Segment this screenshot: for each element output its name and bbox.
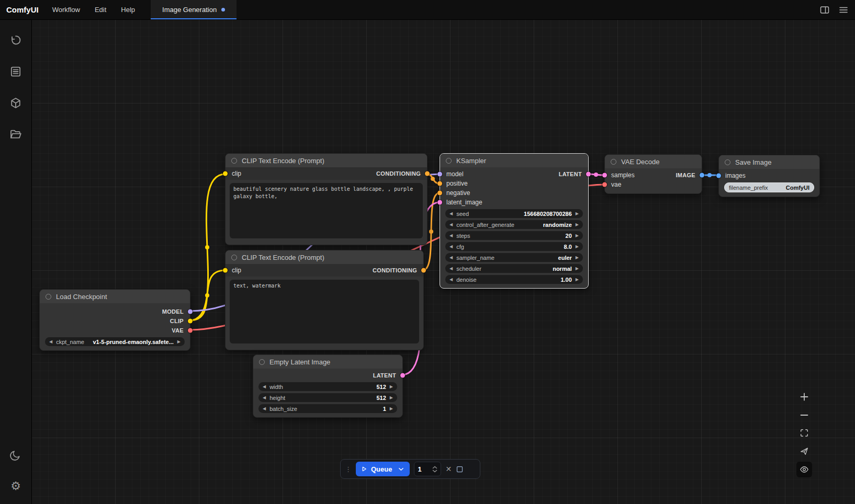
- node-library-folder-icon[interactable]: [5, 124, 26, 145]
- slot-dot-clip[interactable]: [188, 319, 193, 324]
- slot-dot-image-output[interactable]: [700, 173, 704, 178]
- stepper-down-icon[interactable]: [432, 469, 437, 473]
- prompt-textarea[interactable]: beautiful scenery nature glass bottle la…: [230, 183, 423, 238]
- arrow-left-icon[interactable]: ◀: [449, 223, 453, 227]
- arrow-right-icon[interactable]: ▶: [576, 278, 579, 282]
- tab-image-generation[interactable]: Image Generation: [151, 0, 237, 19]
- node-header[interactable]: KSampler: [440, 154, 588, 167]
- arrow-left-icon[interactable]: ◀: [449, 278, 453, 282]
- arrow-left-icon[interactable]: ◀: [49, 340, 52, 344]
- node-clip-text-encode-negative[interactable]: CLIP Text Encode (Prompt) clip CONDITION…: [225, 250, 424, 350]
- collapse-dot-icon[interactable]: [231, 255, 237, 260]
- node-header[interactable]: CLIP Text Encode (Prompt): [226, 250, 423, 264]
- arrow-right-icon[interactable]: ▶: [576, 245, 579, 249]
- arrow-left-icon[interactable]: ◀: [449, 212, 453, 216]
- widget-denoise[interactable]: ◀ denoise 1.00 ▶: [445, 275, 583, 284]
- arrow-left-icon[interactable]: ◀: [449, 256, 453, 260]
- hamburger-menu-icon[interactable]: [838, 5, 849, 15]
- widget-cfg[interactable]: ◀ cfg 8.0 ▶: [445, 242, 583, 251]
- node-clip-text-encode-positive[interactable]: CLIP Text Encode (Prompt) clip CONDITION…: [225, 153, 428, 245]
- arrow-right-icon[interactable]: ▶: [390, 385, 393, 389]
- widget-batch-size[interactable]: ◀ batch_size 1 ▶: [258, 404, 397, 413]
- widget-filename-prefix[interactable]: filename_prefix ComfyUI: [724, 182, 814, 192]
- slot-dot-clip-input[interactable]: [223, 171, 228, 176]
- arrow-right-icon[interactable]: ▶: [390, 396, 393, 400]
- toggle-panel-icon[interactable]: [819, 5, 830, 15]
- arrow-left-icon[interactable]: ◀: [263, 407, 266, 411]
- zoom-in-button[interactable]: [796, 389, 812, 405]
- widget-ckpt-name[interactable]: ◀ ckpt_name v1-5-pruned-emaonly.safete..…: [45, 337, 185, 346]
- drag-handle-icon[interactable]: ⋮: [345, 466, 352, 473]
- collapse-dot-icon[interactable]: [611, 159, 616, 165]
- navigation-arrow-icon[interactable]: [796, 443, 812, 459]
- slot-dot-clip-input[interactable]: [223, 268, 228, 273]
- node-header[interactable]: Save Image: [719, 155, 819, 169]
- arrow-right-icon[interactable]: ▶: [576, 256, 579, 260]
- stepper-up-icon[interactable]: [432, 466, 437, 469]
- slot-dot-negative-input[interactable]: [437, 191, 442, 196]
- slot-dot-latent-output[interactable]: [400, 373, 405, 378]
- slot-dot-samples-input[interactable]: [602, 173, 607, 178]
- fit-view-button[interactable]: [796, 425, 812, 441]
- node-header[interactable]: VAE Decode: [605, 155, 702, 168]
- theme-moon-icon[interactable]: [5, 444, 26, 465]
- collapse-dot-icon[interactable]: [231, 158, 237, 164]
- widget-steps[interactable]: ◀ steps 20 ▶: [445, 231, 583, 240]
- slot-dot-images-input[interactable]: [716, 174, 721, 178]
- queue-button[interactable]: Queue: [356, 462, 410, 476]
- node-header[interactable]: Empty Latent Image: [253, 355, 402, 369]
- queue-list-icon[interactable]: [5, 61, 26, 82]
- collapse-dot-icon[interactable]: [46, 294, 51, 300]
- slot-dot-vae-input[interactable]: [602, 182, 607, 187]
- widget-width[interactable]: ◀ width 512 ▶: [258, 382, 397, 391]
- node-header[interactable]: CLIP Text Encode (Prompt): [226, 154, 427, 167]
- widget-seed[interactable]: ◀ seed 156680208700286 ▶: [445, 209, 583, 218]
- slot-dot-latent-image-input[interactable]: [437, 200, 442, 205]
- arrow-left-icon[interactable]: ◀: [263, 385, 266, 389]
- slot-dot-conditioning-output[interactable]: [425, 171, 430, 176]
- collapse-dot-icon[interactable]: [259, 359, 265, 365]
- arrow-right-icon[interactable]: ▶: [177, 340, 181, 344]
- arrow-left-icon[interactable]: ◀: [263, 396, 266, 400]
- arrow-right-icon[interactable]: ▶: [390, 407, 393, 411]
- node-header[interactable]: Load Checkpoint: [40, 290, 190, 303]
- slot-dot-vae[interactable]: [188, 328, 193, 333]
- stop-square-icon[interactable]: [456, 465, 464, 473]
- slot-dot-model-input[interactable]: [437, 172, 442, 177]
- zoom-out-button[interactable]: [796, 407, 812, 423]
- widget-height[interactable]: ◀ height 512 ▶: [258, 393, 397, 402]
- node-vae-decode[interactable]: VAE Decode samples IMAGE vae: [604, 154, 702, 194]
- collapse-dot-icon[interactable]: [446, 158, 452, 164]
- menu-edit[interactable]: Edit: [95, 6, 106, 14]
- menu-help[interactable]: Help: [121, 6, 135, 14]
- input-slot-samples: samples: [611, 171, 635, 179]
- model-library-cube-icon[interactable]: [5, 93, 26, 113]
- widget-sampler-name[interactable]: ◀ sampler_name euler ▶: [445, 253, 583, 262]
- node-empty-latent-image[interactable]: Empty Latent Image LATENT ◀ width 512 ▶ …: [253, 354, 403, 418]
- chevron-down-icon[interactable]: [398, 466, 404, 473]
- collapse-dot-icon[interactable]: [725, 159, 730, 165]
- workflows-history-icon[interactable]: [5, 30, 26, 51]
- arrow-right-icon[interactable]: ▶: [576, 234, 579, 238]
- widget-control-after-generate[interactable]: ◀ control_after_generate randomize ▶: [445, 220, 583, 229]
- arrow-left-icon[interactable]: ◀: [449, 234, 453, 238]
- arrow-left-icon[interactable]: ◀: [449, 245, 453, 249]
- node-save-image[interactable]: Save Image images filename_prefix ComfyU…: [718, 155, 820, 197]
- slot-dot-conditioning-output[interactable]: [421, 268, 426, 273]
- arrow-left-icon[interactable]: ◀: [449, 267, 453, 271]
- slot-dot-model[interactable]: [188, 310, 193, 314]
- arrow-right-icon[interactable]: ▶: [576, 212, 579, 216]
- widget-scheduler[interactable]: ◀ scheduler normal ▶: [445, 264, 583, 273]
- cancel-run-icon[interactable]: ✕: [445, 465, 452, 473]
- settings-gear-icon[interactable]: ⚙: [5, 476, 26, 497]
- batch-count-input[interactable]: 1: [414, 462, 441, 476]
- node-load-checkpoint[interactable]: Load Checkpoint MODEL CLIP VAE ◀ ckpt_na…: [39, 289, 190, 351]
- node-ksampler[interactable]: KSampler model LATENT positive negative …: [440, 153, 589, 289]
- arrow-right-icon[interactable]: ▶: [576, 223, 579, 227]
- toggle-visibility-eye-button[interactable]: [796, 462, 812, 477]
- slot-dot-latent-output[interactable]: [586, 172, 591, 177]
- menu-workflow[interactable]: Workflow: [52, 6, 80, 14]
- arrow-right-icon[interactable]: ▶: [576, 267, 579, 271]
- prompt-textarea[interactable]: text, watermark: [230, 280, 419, 343]
- slot-dot-positive-input[interactable]: [437, 181, 442, 186]
